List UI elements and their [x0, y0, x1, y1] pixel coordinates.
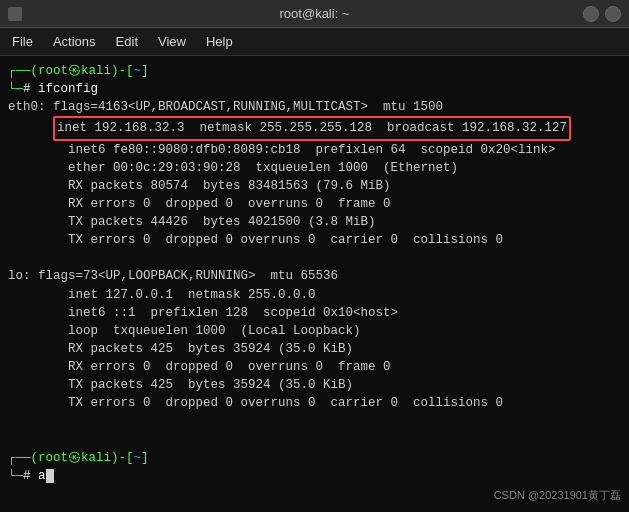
- output-tx-packets: TX packets 44426 bytes 4021500 (3.8 MiB): [8, 213, 621, 231]
- output-lo-inet: inet 127.0.0.1 netmask 255.0.0.0: [8, 286, 621, 304]
- output-inet6: inet6 fe80::9080:dfb0:8089:cb18 prefixle…: [8, 141, 621, 159]
- output-lo-rx-errors: RX errors 0 dropped 0 overruns 0 frame 0: [8, 358, 621, 376]
- menu-view[interactable]: View: [150, 32, 194, 51]
- window-icon: [8, 7, 22, 21]
- prompt-line-2: ┌──(root㉿kali)-[~]: [8, 449, 621, 467]
- output-lo-rx-packets: RX packets 425 bytes 35924 (35.0 KiB): [8, 340, 621, 358]
- titlebar-title: root@kali: ~: [280, 6, 350, 21]
- output-eth0-flags: eth0: flags=4163<UP,BROADCAST,RUNNING,MU…: [8, 98, 621, 116]
- blank-3: [8, 431, 621, 449]
- menubar: File Actions Edit View Help: [0, 28, 629, 56]
- output-lo-loop: loop txqueuelen 1000 (Local Loopback): [8, 322, 621, 340]
- output-lo-tx-errors: TX errors 0 dropped 0 overruns 0 carrier…: [8, 394, 621, 412]
- titlebar-left: [8, 7, 22, 21]
- prompt-line-1: ┌──(root㉿kali)-[~]: [8, 62, 621, 80]
- menu-help[interactable]: Help: [198, 32, 241, 51]
- output-inet-highlighted: inet 192.168.32.3 netmask 255.255.255.12…: [8, 116, 621, 140]
- output-rx-errors: RX errors 0 dropped 0 overruns 0 frame 0: [8, 195, 621, 213]
- titlebar-controls[interactable]: [583, 6, 621, 22]
- menu-file[interactable]: File: [4, 32, 41, 51]
- cmd-line-2: └─# a: [8, 467, 621, 485]
- minimize-button[interactable]: [583, 6, 599, 22]
- menu-actions[interactable]: Actions: [45, 32, 104, 51]
- output-tx-errors: TX errors 0 dropped 0 overruns 0 carrier…: [8, 231, 621, 249]
- output-lo-inet6: inet6 ::1 prefixlen 128 scopeid 0x10<hos…: [8, 304, 621, 322]
- watermark: CSDN @20231901黄丁磊: [494, 488, 621, 504]
- titlebar: root@kali: ~: [0, 0, 629, 28]
- blank-1: [8, 249, 621, 267]
- blank-2: [8, 412, 621, 430]
- output-lo-tx-packets: TX packets 425 bytes 35924 (35.0 KiB): [8, 376, 621, 394]
- cmd-line-1: └─# ifconfig: [8, 80, 621, 98]
- output-ether: ether 00:0c:29:03:90:28 txqueuelen 1000 …: [8, 159, 621, 177]
- maximize-button[interactable]: [605, 6, 621, 22]
- output-rx-packets: RX packets 80574 bytes 83481563 (79.6 Mi…: [8, 177, 621, 195]
- terminal[interactable]: ┌──(root㉿kali)-[~] └─# ifconfig eth0: fl…: [0, 56, 629, 512]
- output-lo-flags: lo: flags=73<UP,LOOPBACK,RUNNING> mtu 65…: [8, 267, 621, 285]
- menu-edit[interactable]: Edit: [108, 32, 146, 51]
